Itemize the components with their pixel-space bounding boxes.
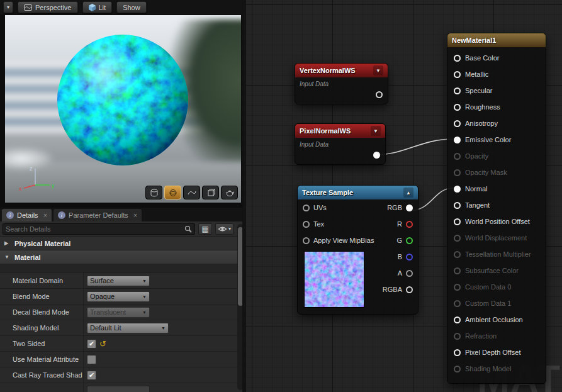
rgb-output-pin[interactable]: [406, 204, 413, 211]
preview-mesh-sphere-button[interactable]: [164, 186, 181, 199]
tangent-pin[interactable]: [454, 202, 461, 209]
vertexnormalws-output-pin[interactable]: [376, 91, 383, 98]
input-label: UVs: [313, 204, 327, 211]
opacity-mask-pin[interactable]: [454, 169, 461, 176]
custom-data-0-pin[interactable]: [454, 284, 461, 291]
r-output-pin[interactable]: [406, 221, 413, 228]
show-button[interactable]: Show: [116, 1, 147, 13]
roughness-pin[interactable]: [454, 104, 461, 111]
tessellation-multiplier-pin[interactable]: [454, 251, 461, 258]
emissive-color-pin[interactable]: [454, 137, 461, 143]
tab-parameter-defaults[interactable]: i Parameter Defaults ×: [53, 209, 142, 221]
viewport-toolbar: ▾ Perspective Lit Show: [0, 0, 246, 14]
material-graph-canvas[interactable]: MAT VertexNormalWS ▼ Input Data PixelNor…: [246, 0, 562, 392]
output-label: RGBA: [383, 286, 402, 293]
material-preview-area[interactable]: z x y: [5, 15, 241, 203]
wire-pixelnormal-to-emissive[interactable]: [376, 139, 453, 155]
cylinder-icon: [150, 189, 159, 197]
material-pins: Base Color Metallic Specular Roughness A…: [447, 47, 546, 379]
chevron-down-icon: ▼: [142, 310, 147, 315]
dropdown-value: Default Lit: [90, 324, 121, 332]
collapse-icon[interactable]: ▲: [403, 188, 413, 198]
pin-row-normal: Normal: [447, 181, 546, 197]
refraction-pin[interactable]: [454, 333, 461, 340]
pin-label: Custom Data 0: [465, 283, 511, 291]
ambient-occlusion-pin[interactable]: [454, 316, 461, 323]
close-icon[interactable]: ×: [43, 211, 47, 219]
base-color-pin[interactable]: [454, 55, 461, 62]
pin-row-ambient-occlusion: Ambient Occlusion: [447, 311, 546, 328]
preview-mesh-cube-button[interactable]: [202, 186, 219, 199]
lit-button[interactable]: Lit: [82, 1, 113, 13]
blend-mode-dropdown[interactable]: Opaque ▼: [87, 291, 150, 302]
node-newmaterial1-header[interactable]: NewMaterial1: [447, 33, 546, 47]
b-output-pin[interactable]: [406, 254, 413, 260]
g-output-pin[interactable]: [406, 237, 413, 244]
node-vertexnormalws[interactable]: VertexNormalWS ▼ Input Data: [295, 63, 388, 104]
node-pixelnormalws-header[interactable]: PixelNormalWS ▼: [295, 124, 385, 138]
node-pixelnormalws[interactable]: PixelNormalWS ▼ Input Data: [295, 123, 386, 165]
node-options-icon[interactable]: ▼: [371, 126, 381, 136]
search-box: [3, 223, 195, 235]
section-material[interactable]: ▼ Material: [0, 250, 246, 264]
viewport-options-button[interactable]: ▾: [3, 1, 13, 13]
tex-input-pin[interactable]: [303, 221, 310, 228]
search-input[interactable]: [6, 225, 184, 233]
chevron-down-icon: ▼: [142, 279, 147, 283]
node-texture-sample[interactable]: Texture Sample ▲ UVs Tex Apply View MipB…: [297, 185, 419, 315]
two-sided-checkbox[interactable]: ✔: [87, 339, 96, 349]
pin-label: Ambient Occlusion: [465, 316, 523, 323]
node-title: VertexNormalWS: [300, 67, 356, 74]
apply-view-mipbias-input-pin[interactable]: [303, 237, 310, 244]
shading-model-dropdown[interactable]: Default Lit ▼: [87, 323, 169, 333]
node-newmaterial1[interactable]: NewMaterial1 Base Color Metallic Specula…: [447, 33, 546, 384]
pin-label: Opacity: [465, 152, 488, 160]
perspective-button[interactable]: Perspective: [18, 1, 77, 13]
cast-ray-traced-shadows-checkbox[interactable]: ✔: [87, 371, 96, 380]
preview-mesh-teapot-button[interactable]: [221, 186, 238, 199]
a-output-pin[interactable]: [406, 270, 413, 277]
world-position-offset-pin[interactable]: [454, 218, 461, 225]
preview-mesh-cylinder-button[interactable]: [145, 186, 162, 199]
uvs-input-pin[interactable]: [303, 204, 310, 211]
subsurface-color-pin[interactable]: [454, 267, 461, 274]
anisotropy-pin[interactable]: [454, 120, 461, 127]
opacity-pin[interactable]: [454, 153, 461, 160]
input-label: Apply View MipBias: [313, 237, 374, 244]
use-material-attribute-checkbox[interactable]: [87, 355, 96, 364]
node-options-icon[interactable]: ▼: [373, 65, 383, 76]
close-icon[interactable]: ×: [133, 211, 137, 219]
preview-mesh-plane-button[interactable]: [183, 186, 200, 199]
preview-sphere[interactable]: [57, 34, 189, 166]
node-texture-sample-header[interactable]: Texture Sample ▲: [298, 186, 418, 199]
pin-label: Custom Data 1: [465, 300, 511, 307]
reset-to-default-icon[interactable]: ↺: [99, 340, 106, 348]
node-vertexnormalws-header[interactable]: VertexNormalWS ▼: [295, 64, 388, 77]
show-label: Show: [123, 4, 140, 11]
section-physical-material[interactable]: ▶ Physical Material: [0, 237, 246, 250]
details-tab-icon: i: [6, 211, 14, 219]
cast-ray-traced-shadows-label: Cast Ray Traced Shad: [0, 367, 84, 383]
view-options-button[interactable]: ▾: [215, 223, 233, 235]
pixelnormalws-output-pin[interactable]: [373, 152, 380, 159]
tab-details[interactable]: i Details ×: [2, 209, 52, 221]
pin-row-metallic: Metallic: [447, 66, 546, 82]
pixel-depth-offset-pin[interactable]: [454, 349, 461, 356]
normal-pin[interactable]: [454, 186, 461, 193]
pin-label: Base Color: [465, 54, 499, 62]
shading-model-pin[interactable]: [454, 366, 461, 372]
panel-splitter[interactable]: [242, 0, 246, 392]
property-row-material-domain: Material Domain Surface ▼: [0, 273, 246, 289]
property-matrix-button[interactable]: ▦: [198, 223, 212, 235]
pin-label: Anisotropy: [465, 120, 498, 127]
node-title: PixelNormalWS: [300, 127, 351, 135]
material-domain-dropdown[interactable]: Surface ▼: [87, 276, 150, 286]
rgba-output-pin[interactable]: [406, 286, 413, 293]
partial-dropdown[interactable]: [87, 386, 150, 392]
world-displacement-pin[interactable]: [454, 235, 461, 242]
custom-data-1-pin[interactable]: [454, 300, 461, 307]
pin-row-custom-data-0: Custom Data 0: [447, 279, 546, 295]
texture-preview-thumbnail[interactable]: [304, 251, 364, 308]
specular-pin[interactable]: [454, 87, 461, 94]
metallic-pin[interactable]: [454, 71, 461, 78]
